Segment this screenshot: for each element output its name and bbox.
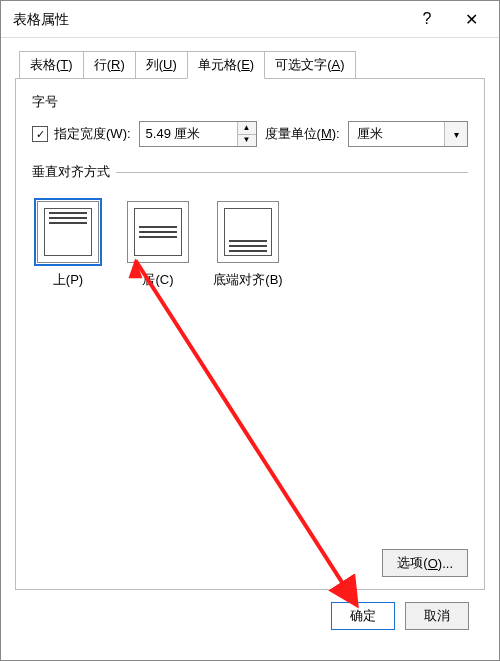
spinner-up-button[interactable]: ▲	[238, 122, 256, 135]
tab-row[interactable]: 行(R)	[83, 51, 136, 79]
check-icon: ✓	[32, 126, 48, 142]
vertical-align-options: 上(P) 居(C)	[32, 201, 468, 289]
measure-unit-value: 厘米	[349, 122, 444, 146]
table-properties-dialog: 表格属性 ? ✕ 表格(T) 行(R) 列(U) 单元格(E) 可选文字(A) …	[0, 0, 500, 661]
preferred-width-row: ✓ 指定宽度(W): 5.49 厘米 ▲ ▼ 度量单位(M): 厘	[32, 121, 468, 147]
valign-center-label: 居(C)	[142, 271, 173, 289]
valign-center-icon	[127, 201, 189, 263]
options-row: 选项(O)...	[382, 549, 468, 577]
measure-unit-select[interactable]: 厘米 ▾	[348, 121, 468, 147]
preferred-width-value[interactable]: 5.49 厘米	[140, 122, 237, 146]
dialog-footer: 确定 取消	[15, 590, 485, 646]
tab-cell[interactable]: 单元格(E)	[187, 51, 265, 79]
ok-button[interactable]: 确定	[331, 602, 395, 630]
tab-strip: 表格(T) 行(R) 列(U) 单元格(E) 可选文字(A)	[15, 50, 485, 78]
valign-top-icon	[37, 201, 99, 263]
tab-column[interactable]: 列(U)	[135, 51, 188, 79]
dialog-title: 表格属性	[13, 9, 405, 29]
spinner-down-button[interactable]: ▼	[238, 135, 256, 147]
valign-bottom-option[interactable]: 底端对齐(B)	[212, 201, 284, 289]
vertical-align-legend: 垂直对齐方式	[32, 163, 116, 181]
help-icon: ?	[423, 10, 432, 28]
options-button[interactable]: 选项(O)...	[382, 549, 468, 577]
tab-body-cell: 字号 ✓ 指定宽度(W): 5.49 厘米 ▲ ▼ 度量单位(M):	[15, 78, 485, 590]
tab-table[interactable]: 表格(T)	[19, 51, 84, 79]
vertical-align-group: 垂直对齐方式 上(P)	[32, 163, 468, 289]
help-button[interactable]: ?	[405, 4, 449, 34]
valign-center-option[interactable]: 居(C)	[122, 201, 194, 289]
preferred-width-label: 指定宽度(W):	[54, 125, 131, 143]
close-icon: ✕	[465, 10, 478, 29]
valign-top-option[interactable]: 上(P)	[32, 201, 104, 289]
dialog-content: 表格(T) 行(R) 列(U) 单元格(E) 可选文字(A) 字号 ✓ 指	[1, 38, 499, 660]
preferred-width-checkbox[interactable]: ✓ 指定宽度(W):	[32, 125, 131, 143]
close-button[interactable]: ✕	[449, 4, 493, 34]
cancel-button[interactable]: 取消	[405, 602, 469, 630]
measure-unit-label: 度量单位(M):	[265, 125, 340, 143]
valign-bottom-label: 底端对齐(B)	[213, 271, 282, 289]
size-heading: 字号	[32, 93, 468, 111]
tab-alt-text[interactable]: 可选文字(A)	[264, 51, 355, 79]
spinner-buttons: ▲ ▼	[237, 122, 256, 146]
chevron-down-icon: ▾	[444, 122, 467, 146]
valign-top-label: 上(P)	[53, 271, 83, 289]
valign-bottom-icon	[217, 201, 279, 263]
titlebar: 表格属性 ? ✕	[1, 1, 499, 38]
preferred-width-spinner[interactable]: 5.49 厘米 ▲ ▼	[139, 121, 257, 147]
